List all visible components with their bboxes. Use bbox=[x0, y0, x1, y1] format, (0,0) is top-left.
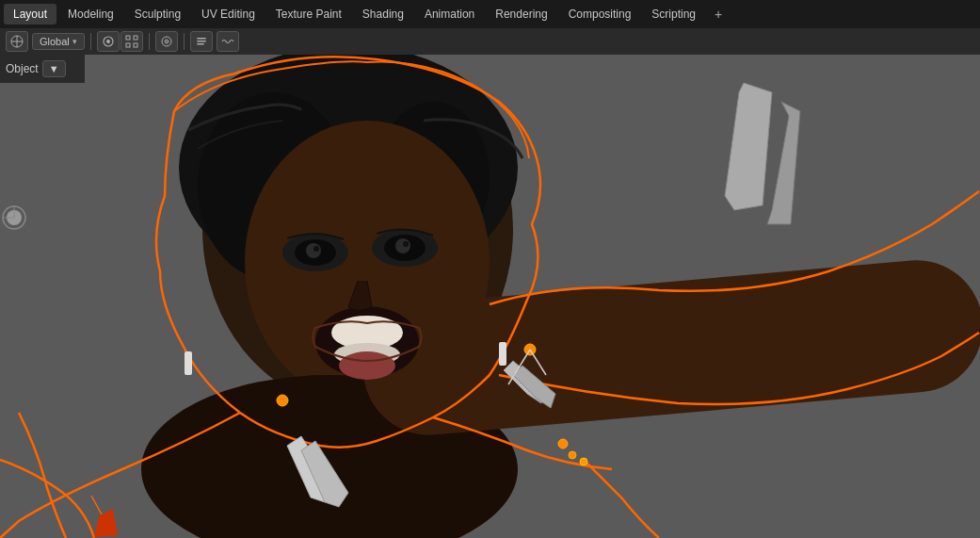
tab-shading[interactable]: Shading bbox=[353, 4, 413, 24]
tab-texture-paint[interactable]: Texture Paint bbox=[266, 4, 351, 24]
bone-right-2 bbox=[767, 102, 800, 224]
annotate-icon bbox=[195, 35, 208, 48]
add-workspace-button[interactable]: + bbox=[707, 3, 730, 25]
topbar: Layout Modeling Sculpting UV Editing Tex… bbox=[0, 0, 980, 28]
left-pupil bbox=[313, 246, 319, 252]
control-point-4 bbox=[569, 451, 576, 459]
svg-rect-5 bbox=[126, 36, 130, 40]
wave-falloff-button[interactable] bbox=[217, 31, 239, 52]
snap-group bbox=[97, 31, 143, 52]
control-point-3 bbox=[558, 439, 568, 448]
svg-rect-8 bbox=[134, 43, 137, 47]
svg-rect-6 bbox=[134, 36, 137, 40]
toolbar-separator-1 bbox=[90, 33, 91, 50]
earring-left bbox=[185, 351, 192, 375]
snap-options-button[interactable] bbox=[120, 31, 143, 52]
svg-rect-13 bbox=[197, 43, 204, 45]
tab-compositing[interactable]: Compositing bbox=[559, 4, 641, 24]
object-mode-panel: Object ▼ bbox=[0, 55, 85, 83]
snap-icon bbox=[102, 35, 115, 48]
snap-button[interactable] bbox=[97, 31, 120, 52]
control-point-5 bbox=[580, 458, 587, 465]
object-label: Object bbox=[6, 62, 39, 75]
transform-icon[interactable] bbox=[6, 31, 28, 52]
left-body-lower bbox=[19, 413, 66, 538]
toolbar-separator-2 bbox=[149, 33, 150, 50]
left-iris bbox=[306, 243, 321, 258]
tab-layout[interactable]: Layout bbox=[4, 4, 56, 24]
snap-grid-icon bbox=[125, 35, 138, 48]
annotate-button[interactable] bbox=[190, 31, 213, 52]
proportional-edit-button[interactable] bbox=[155, 31, 178, 52]
toolbar-separator-3 bbox=[184, 33, 185, 50]
transform-gizmo-icon bbox=[9, 34, 24, 49]
control-point-1 bbox=[277, 395, 288, 406]
right-iris bbox=[395, 238, 410, 253]
lower-right-outline bbox=[584, 460, 659, 538]
tongue bbox=[339, 351, 395, 380]
earring-right bbox=[499, 342, 506, 366]
global-transform-dropdown[interactable]: Global ▾ bbox=[32, 33, 85, 50]
tab-rendering[interactable]: Rendering bbox=[486, 4, 556, 24]
selection-line bbox=[91, 496, 102, 514]
object-mode-dropdown[interactable]: ▼ bbox=[42, 60, 66, 77]
3d-viewport[interactable] bbox=[0, 55, 980, 538]
wave-falloff-icon bbox=[221, 35, 234, 48]
tab-scripting[interactable]: Scripting bbox=[642, 4, 705, 24]
chevron-down-icon: ▾ bbox=[72, 37, 77, 46]
tab-uv-editing[interactable]: UV Editing bbox=[192, 4, 265, 24]
tab-modeling[interactable]: Modeling bbox=[58, 4, 123, 24]
bone-upper-right bbox=[725, 83, 772, 210]
proportional-edit-icon bbox=[160, 35, 173, 48]
svg-rect-7 bbox=[126, 43, 130, 47]
toolbar: Global ▾ bbox=[0, 28, 980, 55]
selection-arrow bbox=[94, 509, 118, 537]
svg-point-4 bbox=[106, 40, 110, 43]
global-transform-label: Global bbox=[40, 36, 70, 47]
tab-animation[interactable]: Animation bbox=[415, 4, 484, 24]
svg-rect-12 bbox=[197, 41, 206, 42]
svg-point-11 bbox=[166, 41, 168, 42]
object-mode-chevron: ▼ bbox=[49, 63, 59, 74]
right-pupil bbox=[403, 241, 409, 247]
tab-sculpting[interactable]: Sculpting bbox=[125, 4, 190, 24]
scene-svg bbox=[0, 55, 980, 538]
svg-rect-14 bbox=[197, 38, 206, 40]
